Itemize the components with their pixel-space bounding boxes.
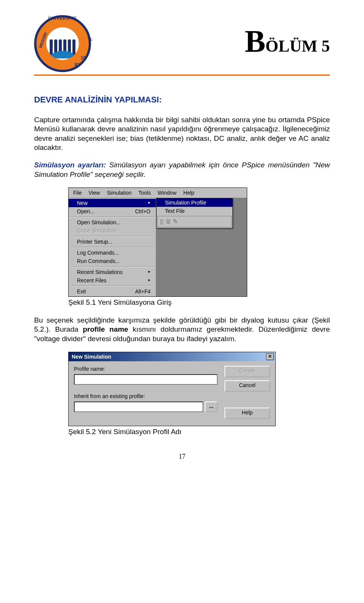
figure-caption-2: Şekil 5.2 Yeni Simülasyon Profil Adı xyxy=(68,428,330,436)
menu-item-printer-setup[interactable]: Printer Setup... xyxy=(69,238,156,246)
new-submenu: Simulation Profile Text File ▯ ≣ ✎ xyxy=(156,198,233,228)
menu-item-exit[interactable]: ExitAlt+F4 xyxy=(69,287,156,296)
paragraph-3: Bu seçenek seçildiğinde karşımıza şekild… xyxy=(34,316,330,343)
cancel-button[interactable]: Cancel xyxy=(224,380,270,392)
input-profile-name[interactable] xyxy=(74,374,218,385)
toolbar-icon: ≣ xyxy=(166,218,171,225)
close-icon[interactable]: ✕ xyxy=(266,353,274,360)
menu-item-recent-files[interactable]: Recent Files xyxy=(69,276,156,285)
toolbar-icon: ✎ xyxy=(173,218,178,225)
create-button[interactable]: Create xyxy=(224,366,270,377)
menu-item-new[interactable]: New xyxy=(69,199,156,207)
menu-tools[interactable]: Tools xyxy=(135,189,154,197)
menu-file[interactable]: File xyxy=(70,189,85,197)
figure-caption-1: Şekil 5.1 Yeni Simülasyona Giriş xyxy=(68,298,330,307)
menubar: File View Simulation Tools Window Help xyxy=(69,188,247,198)
menu-view[interactable]: View xyxy=(86,189,103,197)
menu-screenshot: File View Simulation Tools Window Help N… xyxy=(68,187,247,297)
section-heading: DEVRE ANALİZİNİN YAPILMASI: xyxy=(34,95,330,105)
submenu-item-simulation-profile[interactable]: Simulation Profile xyxy=(157,198,232,207)
menu-help[interactable]: Help xyxy=(180,189,198,197)
menu-item-close-simulation: Close Simulation xyxy=(69,227,156,235)
menu-item-log-commands[interactable]: Log Commands... xyxy=(69,249,156,257)
menu-item-recent-simulations[interactable]: Recent Simulations xyxy=(69,268,156,276)
header-divider xyxy=(34,74,330,76)
help-button[interactable]: Help xyxy=(224,408,270,419)
dialog-titlebar: New Simulation ✕ xyxy=(69,352,275,361)
toolbar-fragment: ▯ ≣ ✎ xyxy=(157,216,232,227)
menu-item-open[interactable]: Open...Ctrl+O xyxy=(69,207,156,216)
dialog-new-simulation: New Simulation ✕ Profile name: Inherit f… xyxy=(68,352,276,426)
menu-simulation[interactable]: Simulation xyxy=(104,189,135,197)
label-profile-name: Profile name: xyxy=(74,366,218,372)
submenu-item-text-file[interactable]: Text File xyxy=(157,207,232,215)
menu-item-run-commands[interactable]: Run Commands... xyxy=(69,257,156,265)
paragraph-2: Simülasyon ayarları: Simülasyon ayarı ya… xyxy=(34,161,330,179)
chapter-title: BÖLÜM 5 xyxy=(91,30,330,56)
menu-window[interactable]: Window xyxy=(155,189,180,197)
input-inherit-profile[interactable] xyxy=(74,401,203,412)
toolbar-icon: ▯ xyxy=(160,218,163,225)
label-inherit: Inherit from an existing profile: xyxy=(74,393,218,399)
dialog-title: New Simulation xyxy=(72,354,111,360)
university-logo: ÜNİVERSİTE MERSİN Sİ 19 92 xyxy=(34,15,91,72)
browse-button[interactable]: ... xyxy=(205,401,218,412)
paragraph-1: Capture ortamında çalışma hakkında bir b… xyxy=(34,115,330,152)
menu-item-open-simulation[interactable]: Open Simulation... xyxy=(69,218,156,227)
page-number: 17 xyxy=(34,453,330,461)
file-menu: New Open...Ctrl+O Open Simulation... Clo… xyxy=(69,198,156,296)
